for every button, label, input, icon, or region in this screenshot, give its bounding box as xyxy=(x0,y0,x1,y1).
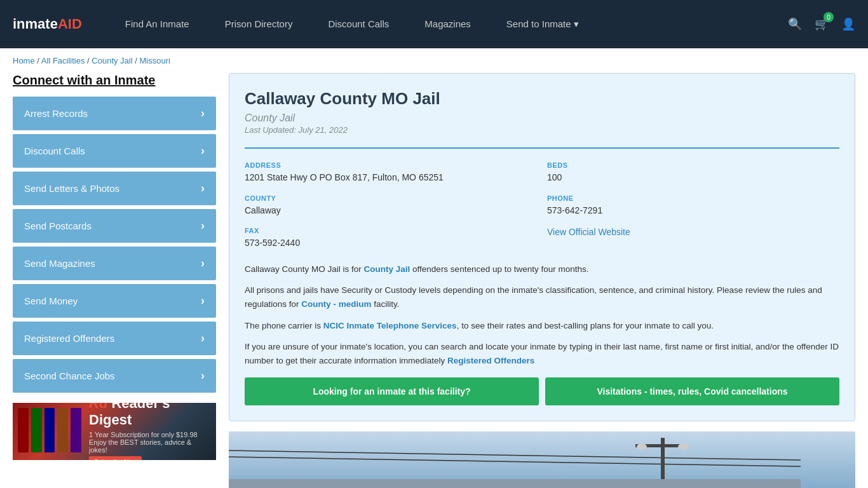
ad-books-decoration xyxy=(18,408,81,455)
breadcrumb-home[interactable]: Home xyxy=(13,56,35,65)
desc-para-3: The phone carrier is NCIC Inmate Telepho… xyxy=(245,319,839,333)
address-label: ADDRESS xyxy=(245,161,537,169)
sidebar-item-label: Discount Calls xyxy=(24,146,85,156)
nav-prison-directory[interactable]: Prison Directory xyxy=(207,0,311,48)
sidebar-item-label: Registered Offenders xyxy=(24,333,114,344)
nav-magazines[interactable]: Magazines xyxy=(407,0,489,48)
nav-discount-calls[interactable]: Discount Calls xyxy=(310,0,407,48)
ad-text: 1 Year Subscription for only $19.98Enjoy… xyxy=(89,431,210,454)
breadcrumb-county-jail[interactable]: County Jail xyxy=(92,56,132,65)
facility-photo-svg xyxy=(229,431,855,488)
sidebar-item-send-letters[interactable]: Send Letters & Photos › xyxy=(13,172,216,205)
address-value: 1201 State Hwy O PO Box 817, Fulton, MO … xyxy=(245,172,537,184)
arrow-icon: › xyxy=(201,219,205,233)
desc-para-2: All prisons and jails have Security or C… xyxy=(245,283,839,311)
county-medium-link[interactable]: County - medium xyxy=(301,299,371,309)
ncic-link[interactable]: NCIC Inmate Telephone Services xyxy=(323,321,457,330)
breadcrumb-all-facilities[interactable]: All Facilities xyxy=(41,56,85,65)
breadcrumb: Home / All Facilities / County Jail / Mi… xyxy=(0,48,868,73)
fax-section: FAX 573-592-2440 xyxy=(245,227,537,250)
website-section: View Official Website xyxy=(547,227,839,250)
fax-label: FAX xyxy=(245,227,537,234)
sidebar-item-label: Second Chance Jobs xyxy=(24,370,115,381)
arrow-icon: › xyxy=(201,107,205,120)
sidebar-title: Connect with an Inmate xyxy=(13,73,216,88)
arrow-icon: › xyxy=(201,144,205,158)
search-icon[interactable]: 🔍 xyxy=(788,17,802,31)
facility-image xyxy=(229,431,855,488)
facility-details-grid: ADDRESS 1201 State Hwy O PO Box 817, Ful… xyxy=(245,161,839,250)
county-jail-link[interactable]: County Jail xyxy=(364,264,410,274)
sidebar-item-label: Send Postcards xyxy=(24,220,92,231)
county-value: Callaway xyxy=(245,205,537,217)
sidebar-item-send-postcards[interactable]: Send Postcards › xyxy=(13,209,216,243)
facility-updated: Last Updated: July 21, 2022 xyxy=(245,125,839,135)
main-layout: Connect with an Inmate Arrest Records › … xyxy=(0,73,868,488)
cart-badge: 0 xyxy=(824,12,834,22)
phone-section: PHONE 573-642-7291 xyxy=(547,194,839,217)
svg-point-5 xyxy=(637,444,647,450)
sidebar-item-label: Arrest Records xyxy=(24,108,88,119)
main-nav: Find An Inmate Prison Directory Discount… xyxy=(107,0,788,48)
logo-text: inmateAID xyxy=(13,16,82,32)
facility-content: Callaway County MO Jail County Jail Last… xyxy=(229,73,855,488)
sidebar-menu: Arrest Records › Discount Calls › Send L… xyxy=(13,97,216,393)
beds-value: 100 xyxy=(547,172,839,184)
header: inmateAID Find An Inmate Prison Director… xyxy=(0,0,868,48)
arrow-icon: › xyxy=(201,369,205,383)
county-section: COUNTY Callaway xyxy=(245,194,537,217)
sidebar-item-send-money[interactable]: Send Money › xyxy=(13,284,216,318)
visitations-button[interactable]: Visitations - times, rules, Covid cancel… xyxy=(545,377,839,405)
find-inmate-button[interactable]: Looking for an inmate at this facility? xyxy=(245,377,539,405)
phone-label: PHONE xyxy=(547,194,839,202)
nav-find-inmate[interactable]: Find An Inmate xyxy=(107,0,207,48)
ad-subscribe-button[interactable]: Subscribe Now xyxy=(89,456,142,461)
logo[interactable]: inmateAID xyxy=(13,16,82,32)
website-link[interactable]: View Official Website xyxy=(547,227,630,237)
beds-label: BEDS xyxy=(547,161,839,169)
cart-icon[interactable]: 🛒 0 xyxy=(815,17,829,31)
sidebar-item-second-chance-jobs[interactable]: Second Chance Jobs › xyxy=(13,359,216,393)
facility-description: Callaway County MO Jail is for County Ja… xyxy=(245,262,839,368)
user-icon[interactable]: 👤 xyxy=(841,17,855,31)
advertisement[interactable]: Rd Reader's Digest 1 Year Subscription f… xyxy=(13,403,216,460)
address-section: ADDRESS 1201 State Hwy O PO Box 817, Ful… xyxy=(245,161,537,184)
facility-title: Callaway County MO Jail xyxy=(245,89,839,109)
facility-info-box: Callaway County MO Jail County Jail Last… xyxy=(229,73,855,421)
fax-value: 573-592-2440 xyxy=(245,237,537,250)
sidebar-item-registered-offenders[interactable]: Registered Offenders › xyxy=(13,322,216,355)
arrow-icon: › xyxy=(201,332,205,345)
svg-point-6 xyxy=(678,444,688,450)
desc-para-1: Callaway County MO Jail is for County Ja… xyxy=(245,262,839,276)
sidebar-item-label: Send Magazines xyxy=(24,258,95,269)
sidebar: Connect with an Inmate Arrest Records › … xyxy=(13,73,216,488)
arrow-icon: › xyxy=(201,257,205,270)
nav-send-to-inmate[interactable]: Send to Inmate ▾ xyxy=(489,0,597,48)
county-label: COUNTY xyxy=(245,194,537,202)
header-icons: 🔍 🛒 0 👤 xyxy=(788,17,855,31)
svg-rect-7 xyxy=(229,479,801,488)
sidebar-item-label: Send Letters & Photos xyxy=(24,183,119,194)
arrow-icon: › xyxy=(201,294,205,308)
desc-para-4: If you are unsure of your inmate's locat… xyxy=(245,340,839,367)
registered-offenders-link[interactable]: Registered Offenders xyxy=(447,356,534,365)
arrow-icon: › xyxy=(201,182,205,195)
breadcrumb-missouri[interactable]: Missouri xyxy=(139,56,170,65)
phone-value: 573-642-7291 xyxy=(547,205,839,217)
facility-divider xyxy=(245,147,839,149)
ad-content: Rd Reader's Digest 1 Year Subscription f… xyxy=(89,403,210,460)
beds-section: BEDS 100 xyxy=(547,161,839,184)
sidebar-item-arrest-records[interactable]: Arrest Records › xyxy=(13,97,216,130)
sidebar-item-discount-calls[interactable]: Discount Calls › xyxy=(13,134,216,168)
facility-type: County Jail xyxy=(245,112,839,124)
sidebar-item-label: Send Money xyxy=(24,295,78,306)
ad-logo: Rd Reader's Digest xyxy=(89,403,210,428)
action-buttons: Looking for an inmate at this facility? … xyxy=(245,377,839,405)
sidebar-item-send-magazines[interactable]: Send Magazines › xyxy=(13,247,216,280)
